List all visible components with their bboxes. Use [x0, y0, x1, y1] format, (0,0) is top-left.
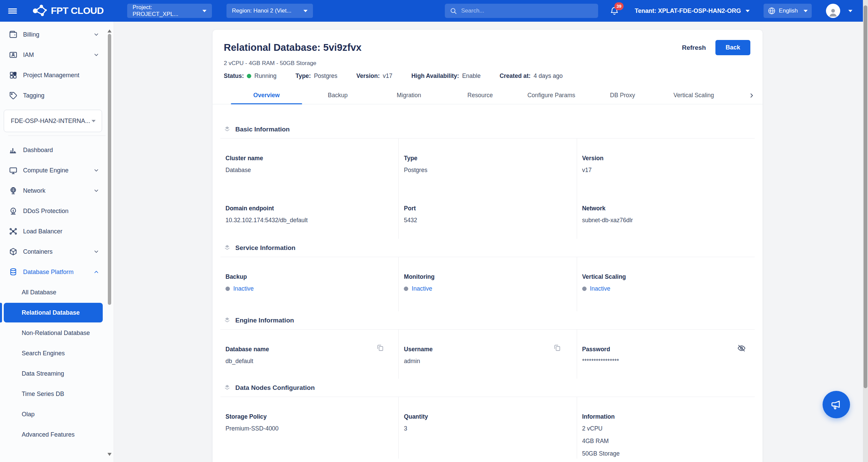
sidebar-item-compute-engine[interactable]: Compute Engine	[0, 160, 114, 181]
sidebar-item-relational-database[interactable]: Relational Database	[0, 302, 114, 323]
basic-info-row-2: Domain endpoint 10.32.102.174:5432/db_de…	[220, 189, 755, 239]
field-label: Vertical Scaling	[582, 272, 755, 281]
notification-count-badge: 39	[614, 2, 624, 10]
status-text: Inactive	[412, 285, 432, 292]
field-value: v17	[582, 165, 755, 175]
tab-configure-params[interactable]: Configure Params	[516, 87, 587, 104]
scroll-down-arrow-icon[interactable]	[107, 456, 112, 460]
sidebar-item-search-engines[interactable]: Search Engines	[0, 343, 114, 363]
id-card-icon	[9, 50, 18, 59]
tag-icon	[9, 91, 18, 100]
user-menu[interactable]	[826, 0, 852, 22]
status-label: Status:	[224, 72, 244, 80]
section-title: Basic Information	[235, 126, 290, 133]
logo-molecule-icon	[31, 3, 47, 18]
chevron-down-icon	[93, 249, 99, 255]
sidebar-item-advanced-features[interactable]: Advanced Features	[0, 424, 114, 445]
sidebar-item-iam[interactable]: IAM	[0, 45, 114, 65]
sidebar-scrollbar-thumb[interactable]	[108, 34, 111, 305]
field-label: Username	[404, 345, 576, 354]
announcements-fab[interactable]	[823, 391, 850, 418]
sidebar-item-containers[interactable]: Containers	[0, 241, 114, 262]
sidebar-item-ddos-protection[interactable]: DDoS Protection	[0, 201, 114, 221]
hamburger-menu-icon[interactable]	[8, 0, 17, 22]
workspace-select-value: FDE-OSP-HAN2-INTERNA...	[11, 118, 90, 125]
page-scrollbar[interactable]	[863, 0, 868, 462]
topbar: FPT CLOUD Project: PROJECT_XPL... Region…	[0, 0, 868, 22]
sidebar-item-data-streaming[interactable]: Data Streaming	[0, 363, 114, 384]
monitoring-status-link[interactable]: Inactive	[404, 285, 576, 292]
tab-overview[interactable]: Overview	[231, 87, 302, 104]
field-label: Quantity	[404, 412, 576, 421]
sidebar-item-billing[interactable]: Billing	[0, 24, 114, 45]
field-password: Password ****************	[577, 330, 755, 379]
language-label: English	[779, 7, 798, 14]
main-content-card: Relational Database: 5vi9zfvx Refresh Ba…	[213, 30, 763, 462]
eye-off-icon[interactable]	[737, 344, 746, 353]
field-information: Information 2 vCPU 4GB RAM 50GB Storage	[577, 397, 755, 459]
copy-icon[interactable]	[553, 344, 561, 352]
sidebar-item-all-database[interactable]: All Database	[0, 282, 114, 302]
field-label: Information	[582, 412, 755, 421]
tab-bar: Overview Backup Migration Resource Confi…	[213, 87, 763, 104]
sidebar-item-non-relational-database[interactable]: Non-Relational Database	[0, 323, 114, 343]
created-at-pair: Created at: 4 days ago	[499, 72, 563, 80]
search-box[interactable]	[445, 4, 598, 18]
language-selector[interactable]: English	[764, 4, 812, 18]
notifications-button[interactable]: 39	[610, 0, 619, 22]
status-row: Status: Running Type: Postgres Version: …	[224, 72, 750, 80]
chevron-down-icon	[92, 120, 96, 122]
sidebar-item-tagging[interactable]: Tagging	[0, 85, 114, 106]
tab-migration[interactable]: Migration	[373, 87, 445, 104]
megaphone-icon	[830, 398, 843, 412]
tabs-overflow-chevron-right-icon[interactable]	[748, 87, 755, 104]
section-title: Engine Information	[235, 317, 294, 324]
region-selector[interactable]: Region: Hanoi 2 (Viet...	[226, 4, 313, 18]
page-scrollbar-thumb[interactable]	[864, 5, 867, 388]
workspace-select[interactable]: FDE-OSP-HAN2-INTERNA...	[4, 110, 102, 132]
field-domain-endpoint: Domain endpoint 10.32.102.174:5432/db_de…	[220, 189, 398, 239]
field-value: 10.32.102.174:5432/db_default	[225, 215, 398, 225]
field-cluster-name: Cluster name Database	[220, 139, 398, 189]
field-monitoring: Monitoring Inactive	[398, 257, 576, 311]
field-value: Database	[225, 165, 398, 175]
layers-icon	[223, 384, 231, 392]
field-label: Network	[582, 204, 755, 213]
scroll-up-arrow-icon[interactable]	[107, 24, 112, 28]
tab-db-proxy[interactable]: DB Proxy	[587, 87, 658, 104]
backup-status-link[interactable]: Inactive	[225, 285, 398, 292]
fpt-cloud-logo[interactable]: FPT CLOUD	[31, 0, 104, 22]
sidebar-item-dashboard[interactable]: Dashboard	[0, 140, 114, 160]
sidebar-item-project-management[interactable]: Project Management	[0, 65, 114, 85]
sidebar-item-label: Database Platform	[23, 269, 74, 276]
sidebar-item-database-platform[interactable]: Database Platform	[0, 262, 114, 282]
sidebar-scrollbar[interactable]	[107, 23, 112, 461]
tab-backup[interactable]: Backup	[302, 87, 373, 104]
copy-icon[interactable]	[376, 344, 384, 352]
tenant-selector[interactable]: Tenant: XPLAT-FDE-OSP-HAN2-ORG	[635, 0, 750, 22]
field-value: admin	[404, 356, 576, 366]
sidebar-item-label: Olap	[22, 411, 35, 418]
sidebar-item-olap[interactable]: Olap	[0, 404, 114, 424]
back-button[interactable]: Back	[715, 40, 750, 55]
sidebar-item-load-balancer[interactable]: Load Balancer	[0, 221, 114, 241]
chevron-up-icon	[93, 269, 99, 275]
tab-vertical-scaling[interactable]: Vertical Scaling	[658, 87, 729, 104]
chevron-down-icon	[804, 10, 808, 12]
field-label: Backup	[225, 272, 398, 281]
search-input[interactable]	[461, 7, 593, 14]
meta-label: Type:	[296, 72, 311, 80]
sidebar-item-network[interactable]: Network	[0, 181, 114, 201]
sidebar-item-time-series-db[interactable]: Time Series DB	[0, 384, 114, 404]
refresh-button[interactable]: Refresh	[682, 44, 706, 51]
chevron-down-icon	[93, 31, 99, 38]
meta-value: 4 days ago	[534, 72, 563, 80]
tab-resource[interactable]: Resource	[445, 87, 516, 104]
field-network: Network subnet-db-xaz76dlr	[577, 189, 755, 239]
sidebar-divider	[8, 135, 105, 136]
field-value: 3	[404, 424, 576, 434]
vertical-scaling-status-link[interactable]: Inactive	[582, 285, 755, 292]
project-selector[interactable]: Project: PROJECT_XPL...	[127, 4, 212, 18]
sidebar-item-label: Dashboard	[23, 147, 53, 154]
section-data-nodes-configuration: Data Nodes Configuration	[220, 384, 755, 397]
